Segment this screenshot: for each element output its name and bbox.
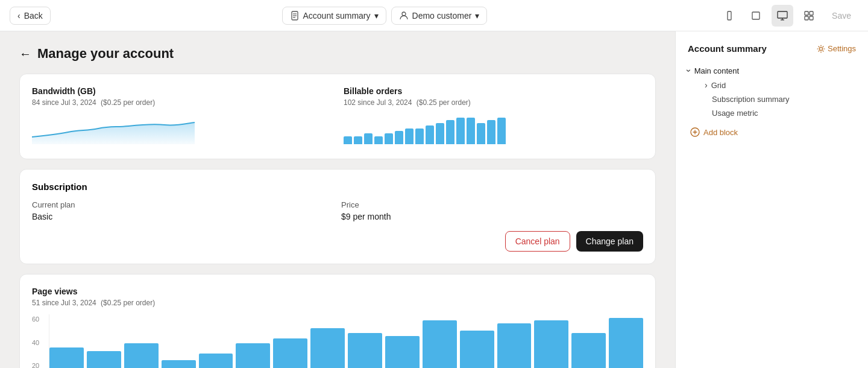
- subscription-actions: Cancel plan Change plan: [32, 231, 643, 252]
- current-plan-section: Current plan Basic: [32, 200, 334, 221]
- sidebar-item-subscription-summary[interactable]: Subscription summary: [688, 92, 856, 106]
- price-value: $9 per month: [341, 212, 643, 221]
- svg-rect-13: [810, 16, 813, 20]
- chevron-down-icon-2: ▾: [475, 11, 479, 21]
- change-plan-button[interactable]: Change plan: [576, 231, 643, 252]
- main-content-header[interactable]: Main content: [688, 63, 856, 78]
- chevron-down-main-icon: [688, 66, 691, 75]
- current-plan-label: Current plan: [32, 200, 334, 209]
- subscription-grid: Current plan Basic Price $9 per month: [32, 200, 643, 221]
- main-content: ← Manage your account Bandwidth (GB) 84 …: [0, 31, 675, 368]
- bar: [487, 120, 495, 144]
- metrics-card: Bandwidth (GB) 84 since Jul 3, 2024 ($0.…: [19, 74, 656, 159]
- header-left: ‹ Back: [10, 7, 51, 25]
- account-summary-dropdown[interactable]: Account summary ▾: [282, 7, 386, 25]
- chevron-right-grid-icon: [705, 80, 708, 90]
- svg-rect-12: [805, 16, 808, 20]
- billable-section: Billable orders 102 since Jul 3, 2024 ($…: [344, 86, 643, 147]
- sidebar: Account summary Settings Main content Gr…: [675, 31, 868, 368]
- layout: ← Manage your account Bandwidth (GB) 84 …: [0, 31, 868, 368]
- header: ‹ Back Account summary ▾ Demo customer ▾: [0, 0, 868, 31]
- bar: [395, 131, 403, 144]
- desktop-view-button[interactable]: [772, 5, 793, 27]
- settings-link[interactable]: Settings: [817, 44, 856, 53]
- bar: [456, 118, 465, 144]
- svg-rect-6: [752, 12, 760, 19]
- page-views-bars: [49, 314, 643, 368]
- bandwidth-line-chart: [32, 114, 195, 144]
- bandwidth-section: Bandwidth (GB) 84 since Jul 3, 2024 ($0.…: [32, 86, 332, 147]
- bar: [497, 323, 532, 368]
- bar: [467, 118, 475, 144]
- subscription-summary-label: Subscription summary: [712, 95, 790, 104]
- sidebar-header: Account summary Settings: [688, 43, 856, 54]
- subscription-card: Subscription Current plan Basic Price $9…: [19, 169, 656, 264]
- svg-point-4: [402, 12, 406, 16]
- svg-rect-10: [805, 11, 808, 15]
- bar: [236, 343, 270, 368]
- settings-label: Settings: [828, 44, 856, 53]
- bar: [310, 328, 345, 368]
- main-content-label: Main content: [694, 66, 739, 75]
- page-views-title: Page views: [32, 287, 643, 296]
- grid-label: Grid: [711, 81, 726, 90]
- add-block-label: Add block: [703, 128, 738, 137]
- current-plan-value: Basic: [32, 212, 334, 221]
- bar: [364, 133, 373, 144]
- bar: [571, 333, 606, 368]
- chevron-down-icon: ▾: [374, 11, 379, 21]
- page-title: Manage your account: [37, 46, 174, 62]
- bandwidth-sub: 84 since Jul 3, 2024 ($0.25 per order): [32, 98, 332, 107]
- bar: [436, 123, 444, 144]
- page-views-card: Page views 51 since Jul 3, 2024 ($0.25 p…: [19, 274, 656, 368]
- price-section: Price $9 per month: [341, 200, 643, 221]
- bar: [354, 136, 362, 144]
- y-axis-labels: 60 40 20 0: [32, 314, 49, 368]
- bar: [477, 123, 485, 144]
- subscription-title: Subscription: [32, 182, 643, 192]
- billable-title: Billable orders: [344, 86, 643, 96]
- bar: [385, 133, 393, 144]
- bar: [199, 354, 233, 368]
- bar: [273, 338, 307, 368]
- bar: [423, 320, 457, 368]
- sidebar-item-grid[interactable]: Grid: [688, 78, 856, 92]
- bar: [49, 347, 84, 369]
- billable-bar-chart: [344, 114, 643, 144]
- bar: [405, 128, 414, 144]
- bar: [446, 120, 454, 144]
- demo-customer-dropdown[interactable]: Demo customer ▾: [391, 7, 488, 25]
- bar: [374, 136, 383, 144]
- billable-sub: 102 since Jul 3, 2024 ($0.25 per order): [344, 98, 643, 107]
- usage-metric-label: Usage metric: [712, 109, 758, 118]
- bar: [415, 128, 424, 144]
- page-views-chart: 60 40 20 0: [32, 314, 643, 368]
- header-right: Save: [719, 5, 858, 27]
- mobile-view-button[interactable]: [719, 5, 740, 27]
- main-content-section: Main content Grid Subscription summary U…: [688, 63, 856, 120]
- back-button[interactable]: ‹ Back: [10, 7, 51, 25]
- add-block-button[interactable]: Add block: [688, 127, 856, 137]
- svg-rect-11: [810, 11, 813, 15]
- layout-view-button[interactable]: [798, 5, 820, 27]
- price-label: Price: [341, 200, 643, 209]
- bar: [497, 118, 506, 144]
- svg-point-14: [820, 47, 823, 50]
- tablet-view-button[interactable]: [745, 5, 767, 27]
- bar: [124, 343, 159, 368]
- cancel-plan-button[interactable]: Cancel plan: [505, 231, 570, 252]
- svg-rect-5: [728, 11, 731, 20]
- metrics-grid: Bandwidth (GB) 84 since Jul 3, 2024 ($0.…: [32, 86, 643, 147]
- account-summary-label: Account summary: [303, 11, 371, 21]
- plus-circle-icon: [690, 127, 700, 137]
- bar: [460, 331, 494, 368]
- svg-rect-7: [778, 11, 787, 18]
- bar: [385, 336, 420, 368]
- chevron-left-icon: ‹: [17, 11, 20, 21]
- back-arrow-icon: ←: [19, 47, 31, 61]
- sidebar-item-usage-metric[interactable]: Usage metric: [688, 106, 856, 120]
- demo-customer-label: Demo customer: [412, 11, 472, 21]
- save-button[interactable]: Save: [825, 7, 858, 24]
- person-icon: [399, 11, 409, 21]
- bar: [609, 318, 643, 368]
